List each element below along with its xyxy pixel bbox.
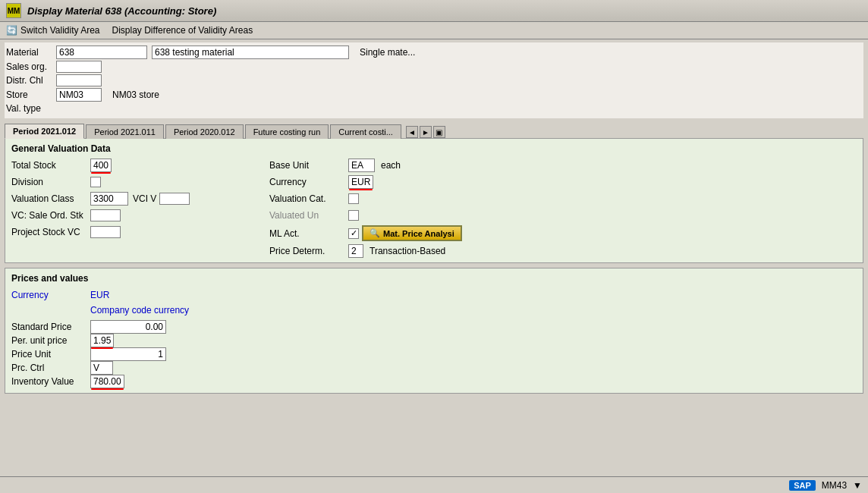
valuated-un-checkbox (348, 210, 359, 221)
price-determ-desc: Transaction-Based (370, 246, 445, 256)
per-unit-price-wrapper: 1.95 (90, 335, 114, 346)
valuation-class-label: Valuation Class (11, 193, 87, 204)
material-description: 638 testing material (152, 46, 349, 59)
material-number: 638 (56, 46, 147, 59)
valuated-un-label: Valuated Un (269, 210, 345, 221)
general-valuation-grid: Total Stock 400 Division Valuation Class… (11, 159, 857, 258)
division-checkbox (90, 177, 101, 187)
price-unit-label: Price Unit (11, 349, 87, 360)
title-bar: MM Display Material 638 (Accounting: Sto… (0, 0, 868, 22)
price-determ-value: 2 (348, 244, 363, 258)
pv-company-currency-row: Company code currency (11, 303, 857, 317)
division-row: Division (11, 175, 254, 189)
content-wrapper: Material 638 638 testing material Single… (0, 39, 868, 487)
ml-act-checkbox: ✓ (348, 228, 359, 239)
distr-chl-row: Distr. Chl (6, 74, 862, 86)
val-type-row: Val. type (6, 103, 862, 114)
tab-expand-btn[interactable]: ▣ (433, 126, 445, 138)
general-valuation-panel: General Valuation Data Total Stock 400 D… (5, 138, 863, 263)
per-unit-price-row: Per. unit price 1.95 (11, 334, 857, 347)
material-single: Single mate... (360, 47, 415, 58)
currency-row: Currency EUR (269, 175, 558, 189)
currency-label: Currency (269, 177, 345, 187)
total-stock-wrapper: 400 (90, 160, 112, 171)
total-stock-value: 400 (90, 159, 112, 172)
currency-wrapper: EUR (348, 177, 373, 187)
vc-value (159, 193, 190, 205)
total-stock-label: Total Stock (11, 160, 87, 171)
app-icon-text: MM (8, 7, 20, 15)
project-stock-vc-value (90, 226, 121, 238)
per-unit-price-label: Per. unit price (11, 335, 87, 346)
store-label: Store (6, 89, 52, 100)
pv-currency-value: EUR (90, 290, 109, 300)
mat-price-icon: 🔍 (370, 228, 380, 238)
total-stock-row: Total Stock 400 (11, 159, 254, 172)
tab-current-costing[interactable]: Current costi... (330, 124, 401, 139)
transaction-code: MM43 (822, 480, 847, 491)
base-unit-code: EA (348, 159, 375, 172)
per-unit-price-value: 1.95 (90, 334, 114, 347)
tab-next-btn[interactable]: ► (420, 126, 432, 138)
currency-value: EUR (348, 175, 373, 189)
sales-org-value (56, 61, 102, 73)
price-unit-value: 1 (90, 347, 166, 361)
inventory-value-value: 780.00 (90, 375, 124, 388)
sap-logo: SAP (789, 480, 816, 491)
base-unit-row: Base Unit EA each (269, 159, 558, 172)
material-label: Material (6, 47, 52, 58)
tabs-area: Period 2021.012 Period 2021.011 Period 2… (5, 123, 863, 138)
base-unit-label: Base Unit (269, 160, 345, 171)
ml-act-row: ML Act. ✓ 🔍 Mat. Price Analysi (269, 225, 558, 241)
valuation-cat-row: Valuation Cat. (269, 192, 558, 206)
app-icon: MM (6, 3, 21, 18)
project-stock-vc-label: Project Stock VC (11, 227, 87, 237)
tab-nav-buttons: ◄ ► ▣ (406, 126, 445, 138)
status-bar: SAP MM43 ▼ (0, 476, 868, 493)
title-bar-text: Display Material 638 (Accounting: Store) (27, 5, 216, 17)
valuation-cat-checkbox (348, 193, 359, 204)
store-description: NM03 store (112, 89, 159, 100)
store-row: Store NM03 NM03 store (6, 88, 862, 102)
division-label: Division (11, 177, 87, 187)
mat-price-analysis-btn[interactable]: 🔍 Mat. Price Analysi (362, 225, 462, 241)
pv-company-currency-label: Company code currency (90, 305, 189, 316)
vc-label: VCI V (133, 193, 156, 204)
valuation-class-row: Valuation Class 3300 VCI V (11, 192, 254, 206)
standard-price-row: Standard Price 0.00 (11, 320, 857, 334)
inventory-value-label: Inventory Value (11, 376, 87, 387)
general-valuation-title: General Valuation Data (11, 143, 857, 154)
tab-period-2021-011[interactable]: Period 2021.011 (86, 124, 164, 139)
general-valuation-left-col: Total Stock 400 Division Valuation Class… (11, 159, 254, 258)
display-difference-btn[interactable]: Display Difference of Validity Areas (112, 25, 253, 36)
prices-values-title: Prices and values (11, 273, 857, 284)
valuation-class-value: 3300 (90, 192, 128, 206)
material-info: Material 638 638 testing material Single… (5, 42, 863, 118)
general-valuation-right-col: Base Unit EA each Currency EUR Valuation… (269, 159, 558, 258)
price-determ-row: Price Determ. 2 Transaction-Based (269, 244, 558, 258)
tab-period-2020-012[interactable]: Period 2020.012 (165, 124, 244, 139)
vc-sale-ord-stk-value (90, 209, 121, 221)
val-type-label: Val. type (6, 103, 52, 114)
standard-price-value: 0.00 (90, 320, 166, 334)
sales-org-label: Sales org. (6, 61, 52, 72)
switch-validity-area-btn[interactable]: 🔄 Switch Validity Area (6, 25, 100, 36)
standard-price-label: Standard Price (11, 322, 87, 332)
tab-future-costing[interactable]: Future costing run (245, 124, 329, 139)
inventory-value-wrapper: 780.00 (90, 376, 124, 387)
scroll-down-icon: ▼ (853, 480, 862, 491)
prc-ctrl-label: Prc. Ctrl (11, 363, 87, 373)
prices-values-panel: Prices and values Currency EUR Company c… (5, 268, 863, 394)
store-value: NM03 (56, 88, 102, 102)
tab-prev-btn[interactable]: ◄ (406, 126, 418, 138)
project-stock-vc-row: Project Stock VC (11, 225, 254, 239)
sales-org-row: Sales org. (6, 61, 862, 73)
base-unit-desc: each (381, 160, 401, 171)
inventory-value-row: Inventory Value 780.00 (11, 375, 857, 388)
valuation-cat-label: Valuation Cat. (269, 193, 345, 204)
distr-chl-value (56, 74, 102, 86)
material-row: Material 638 638 testing material Single… (6, 46, 862, 59)
price-determ-label: Price Determ. (269, 246, 345, 256)
valuated-un-row: Valuated Un (269, 209, 558, 222)
tab-period-2021-012[interactable]: Period 2021.012 (5, 124, 84, 139)
